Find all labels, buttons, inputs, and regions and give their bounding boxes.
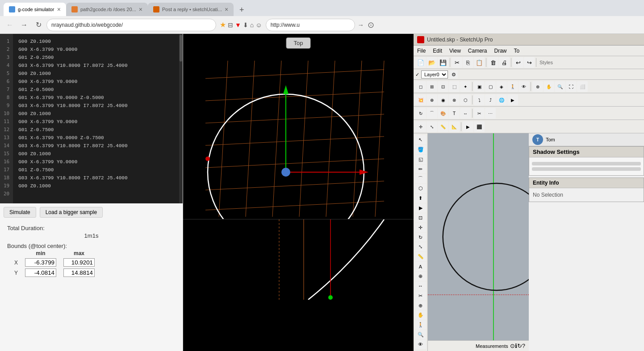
code-editor[interactable]: 1234567891011121314151617181920 G00 Z0.1…	[0, 34, 183, 203]
scrollbar-thumb[interactable]	[180, 35, 182, 62]
cut-btn[interactable]: ✂	[452, 57, 462, 68]
tab-close-1[interactable]: ×	[57, 6, 61, 13]
offset-tool[interactable]: ⊡	[415, 213, 426, 223]
pan-btn[interactable]: ✋	[544, 81, 554, 92]
axis-tool[interactable]: ⊕	[415, 272, 426, 281]
download-icon[interactable]: ⬇	[243, 21, 248, 29]
profile-icon[interactable]: ⊙	[368, 20, 374, 30]
rotate-btn[interactable]: ↻	[415, 108, 426, 119]
menu-draw[interactable]: Draw	[494, 48, 507, 54]
move2-tool[interactable]: ✛	[415, 223, 426, 232]
new-file-btn[interactable]: 📄	[415, 57, 426, 68]
menu-edit[interactable]: Edit	[433, 48, 442, 54]
measurements-icon-circle[interactable]: ⊙	[510, 343, 515, 349]
iso-view-btn[interactable]: ◻	[415, 81, 426, 92]
scale-btn[interactable]: ⤡	[427, 121, 437, 132]
protractor-btn[interactable]: 📐	[449, 121, 460, 132]
paste-btn[interactable]: 📋	[474, 57, 485, 68]
line-tool[interactable]: ✏	[415, 165, 426, 174]
arc2-tool[interactable]: ⌒	[415, 174, 426, 183]
section-btn[interactable]: ✂	[474, 108, 485, 119]
menu-file[interactable]: File	[417, 48, 426, 54]
load-bigger-button[interactable]: Load a bigger sample	[40, 207, 103, 218]
code-content[interactable]: G00 Z0.1000G00 X-6.3799 Y0.0000G01 Z-0.2…	[13, 34, 179, 203]
measurements-icon-refresh[interactable]: ↻	[517, 343, 522, 349]
section2-tool[interactable]: ✂	[415, 291, 426, 301]
back-button[interactable]: ←	[4, 19, 16, 31]
component-btn[interactable]: ✦	[460, 81, 471, 92]
x-min-input[interactable]: -6.3799	[25, 258, 56, 267]
address-bar-right[interactable]: http://www.u	[266, 19, 355, 31]
front-view-btn[interactable]: ⊡	[438, 81, 448, 92]
pan2-tool[interactable]: ✋	[415, 310, 426, 320]
tab-close-2[interactable]: ×	[139, 6, 142, 13]
follow-me-btn[interactable]: ▶	[463, 121, 473, 132]
scale2-tool[interactable]: ⤡	[415, 242, 426, 252]
more2-btn[interactable]: ⋯	[485, 108, 496, 119]
erase-tool[interactable]: ◱	[415, 155, 426, 164]
top-view-btn[interactable]: ⊞	[427, 81, 437, 92]
component2-btn[interactable]: ◉	[438, 95, 448, 105]
look2-tool[interactable]: 👁	[415, 340, 426, 349]
home-icon[interactable]: ⌂	[250, 21, 254, 29]
bookmark-star-icon[interactable]: ★	[220, 21, 226, 29]
explode-btn[interactable]: 💥	[415, 95, 426, 105]
x-max-input[interactable]: 10.9201	[63, 258, 95, 267]
vertical-scrollbar[interactable]	[179, 34, 183, 203]
address-bar-left[interactable]: nraynaud.github.io/webgcode/	[46, 19, 216, 31]
tab-path2gcode[interactable]: path2gcode.rb /does 20... ×	[66, 3, 148, 16]
walk2-tool[interactable]: 🚶	[415, 320, 426, 330]
push-pull-btn[interactable]: ⬛	[474, 121, 485, 132]
tab-close-3[interactable]: ×	[225, 6, 228, 13]
look-around-btn[interactable]: 👁	[519, 81, 529, 92]
reload-button[interactable]: ↻	[32, 19, 45, 31]
simulate-button[interactable]: Simulate	[4, 207, 36, 218]
persp-btn[interactable]: ▢	[485, 81, 496, 92]
rotate2-tool[interactable]: ↻	[415, 233, 426, 242]
text2-tool[interactable]: A	[415, 262, 426, 271]
tab-sketchucati[interactable]: Post a reply • sketchUcati... ×	[148, 3, 234, 16]
walk-btn[interactable]: 🚶	[507, 81, 518, 92]
tab-gcode-simulator[interactable]: g-code simulator ×	[4, 3, 66, 16]
zoom-window-btn[interactable]: ⬜	[577, 81, 588, 92]
layer-settings-btn[interactable]: ⚙	[450, 70, 458, 78]
more-btn[interactable]: ▶	[507, 95, 518, 105]
print-btn[interactable]: 🖨	[499, 57, 510, 68]
arc-btn[interactable]: ⌒	[427, 108, 437, 119]
two-point-btn[interactable]: ◈	[496, 81, 507, 92]
pocket-icon[interactable]: ▼	[235, 21, 241, 29]
move-tool-btn[interactable]: ✛	[415, 121, 426, 132]
forward-button[interactable]: →	[18, 19, 30, 31]
y-max-input[interactable]: 14.8814	[63, 268, 95, 277]
copy-btn[interactable]: ⎘	[463, 57, 473, 68]
orbit-btn[interactable]: ⊕	[532, 81, 543, 92]
zoom-extent-btn[interactable]: ⛶	[566, 81, 577, 92]
right-view-btn[interactable]: ⬚	[449, 81, 460, 92]
shadow-control-1[interactable]	[532, 162, 641, 165]
new-tab-button[interactable]: +	[235, 4, 248, 16]
synced-tabs-icon[interactable]: ⊟	[228, 21, 233, 29]
zoom2-tool[interactable]: 🔍	[415, 330, 426, 339]
parallel-proj-btn[interactable]: ▣	[474, 81, 485, 92]
menu-camera[interactable]: Camera	[468, 48, 487, 54]
undo-btn[interactable]: ↩	[513, 57, 523, 68]
solid-btn[interactable]: ⬡	[460, 95, 471, 105]
erase-btn[interactable]: 🗑	[488, 57, 498, 68]
intersect-btn[interactable]: ⊗	[449, 95, 460, 105]
sketchup-viewport[interactable]: Top	[428, 133, 529, 340]
paint-btn[interactable]: 🎨	[438, 108, 448, 119]
push-pull-tool[interactable]: ⬆	[415, 194, 426, 203]
orbit2-tool[interactable]: ⊕	[415, 301, 426, 310]
measurements-icon-help[interactable]: ?	[522, 343, 525, 349]
layer-select[interactable]: Layer0	[421, 70, 448, 78]
menu-view[interactable]: View	[449, 48, 461, 54]
save-btn[interactable]: 💾	[438, 57, 448, 68]
shape-tool[interactable]: ⬡	[415, 184, 426, 193]
menu-to[interactable]: To	[514, 48, 520, 54]
export-btn[interactable]: ⤴	[485, 95, 496, 105]
search-go-icon[interactable]: →	[358, 21, 364, 29]
tape-btn[interactable]: 📏	[438, 121, 448, 132]
import-btn[interactable]: ⤵	[474, 95, 485, 105]
redo-btn[interactable]: ↪	[524, 57, 535, 68]
y-min-input[interactable]: -4.0814	[25, 268, 56, 277]
